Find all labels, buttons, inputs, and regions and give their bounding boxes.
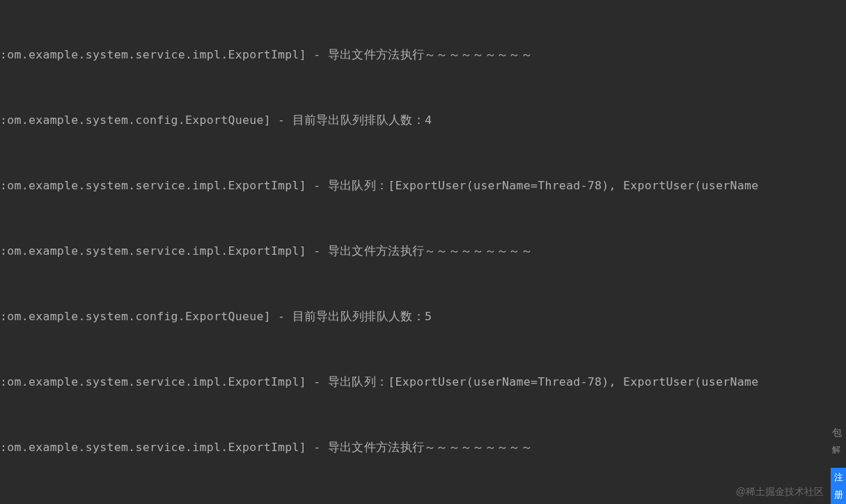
log-line: :om.example.system.service.impl.ExportIm… (0, 240, 846, 262)
log-line: :om.example.system.service.impl.ExportIm… (0, 371, 846, 393)
side-overlay-text: 包 (832, 423, 846, 442)
side-overlay-text: 解 (832, 442, 846, 458)
log-line: :om.example.system.service.impl.ExportIm… (0, 436, 846, 458)
watermark-text: @稀土掘金技术社区 (736, 482, 824, 501)
log-line: :om.example.system.config.ExportQueue] -… (0, 109, 846, 131)
log-line: :om.example.system.service.impl.ExportIm… (0, 175, 846, 196)
register-button[interactable]: 注册 (831, 468, 846, 504)
log-line: :om.example.system.config.ExportQueue] -… (0, 306, 846, 327)
log-line: :om.example.system.service.impl.ExportIm… (0, 44, 846, 65)
console-output[interactable]: :om.example.system.service.impl.ExportIm… (0, 0, 846, 504)
